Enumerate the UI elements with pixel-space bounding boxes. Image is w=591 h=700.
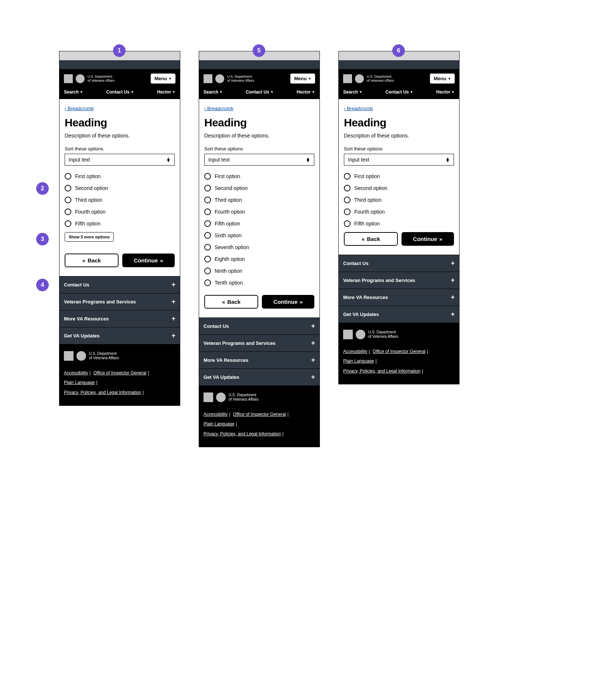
menu-button[interactable]: Menu ▼ — [430, 74, 455, 84]
radio-option[interactable]: Fifth option — [204, 220, 314, 227]
radio-option[interactable]: Seventh option — [204, 244, 314, 251]
breadcrumb[interactable]: ‹ Breadcrumb — [65, 106, 94, 111]
radio-option[interactable]: Eighth option — [204, 256, 314, 262]
radio-option[interactable]: Third option — [204, 197, 314, 203]
menu-button[interactable]: Menu ▼ — [290, 74, 315, 84]
plus-icon: + — [311, 373, 315, 381]
plus-icon: + — [171, 315, 175, 323]
continue-button[interactable]: Continue» — [262, 295, 314, 309]
accordion-item[interactable]: Veteran Programs and Services+ — [59, 293, 180, 310]
footer-link-privacy[interactable]: Privacy, Policies, and Legal Information — [64, 390, 141, 395]
nav-search[interactable]: Search▼ — [204, 89, 223, 95]
nav-contact[interactable]: Contact Us▼ — [106, 89, 134, 95]
radio-option[interactable]: First option — [344, 173, 454, 180]
radio-option[interactable]: Second option — [65, 185, 175, 191]
nav-row: Search▼ Contact Us▼ Hector▼ — [339, 87, 459, 99]
nav-user[interactable]: Hector▼ — [436, 89, 455, 95]
back-button[interactable]: «Back — [344, 232, 398, 246]
main-content: ‹ Breadcrumb Heading Description of thes… — [199, 99, 320, 317]
select-value: Input text — [69, 157, 90, 163]
accordion-item[interactable]: More VA Resources+ — [59, 310, 180, 327]
plus-icon: + — [451, 259, 455, 267]
accordion-item[interactable]: Contact Us+ — [199, 317, 320, 335]
chevron-right-icon: » — [300, 299, 303, 305]
radio-icon — [204, 232, 211, 239]
logo-square-icon — [204, 393, 213, 402]
footer-link-privacy[interactable]: Privacy, Policies, and Legal Information — [343, 368, 420, 374]
logo-circle-icon — [76, 351, 86, 361]
dark-strip — [199, 60, 320, 69]
breadcrumb[interactable]: ‹ Breadcrumb — [344, 106, 373, 111]
continue-button[interactable]: Continue» — [122, 254, 175, 267]
sort-select[interactable]: Input text ▲▼ — [344, 154, 454, 166]
accordion-item[interactable]: Contact Us+ — [59, 276, 180, 293]
accordion-item[interactable]: Get VA Updates+ — [59, 327, 180, 344]
radio-option[interactable]: Second option — [204, 185, 314, 191]
radio-option[interactable]: Fifth option — [65, 220, 175, 227]
footer-dept-text: U.S. Department of Veterans Affairs — [229, 393, 259, 402]
sort-select[interactable]: Input text ▲▼ — [204, 154, 314, 166]
nav-search[interactable]: Search▼ — [343, 89, 362, 95]
radio-option[interactable]: Second option — [344, 185, 454, 191]
button-row: «Back Continue» — [344, 232, 454, 246]
radio-option[interactable]: Ninth option — [204, 268, 314, 274]
footer-link-oig[interactable]: Office of Inspector General — [373, 349, 426, 354]
plus-icon: + — [171, 298, 175, 306]
nav-user[interactable]: Hector▼ — [297, 89, 315, 95]
footer-link-accessibility[interactable]: Accessibility — [343, 349, 367, 354]
radio-option[interactable]: Fifth option — [344, 220, 454, 227]
continue-button[interactable]: Continue» — [402, 232, 454, 246]
nav-search[interactable]: Search▼ — [64, 89, 83, 95]
footer-link-oig[interactable]: Office of Inspector General — [93, 370, 146, 376]
radio-icon — [204, 244, 211, 251]
radio-option[interactable]: Fourth option — [65, 208, 175, 215]
chevron-down-icon: ▼ — [219, 90, 223, 94]
footer-dept-text: U.S. Department of Veterans Affairs — [368, 330, 398, 339]
show-more-button[interactable]: Show 5 more options — [65, 232, 114, 242]
page-title: Heading — [65, 116, 175, 129]
accordion-item[interactable]: Get VA Updates+ — [199, 369, 320, 386]
back-button[interactable]: «Back — [204, 295, 258, 309]
accordion-item[interactable]: More VA Resources+ — [339, 289, 459, 306]
footer-link-privacy[interactable]: Privacy, Policies, and Legal Information — [204, 431, 281, 436]
breadcrumb[interactable]: ‹ Breadcrumb — [204, 106, 233, 111]
chevron-down-icon: ▼ — [80, 90, 83, 94]
radio-option[interactable]: Sixth option — [204, 232, 314, 239]
radio-icon — [344, 197, 351, 203]
footer-link-plain[interactable]: Plain Language — [204, 421, 234, 427]
radio-option[interactable]: Third option — [65, 197, 175, 203]
chevron-left-icon: « — [362, 236, 365, 242]
chevron-left-icon: « — [82, 257, 85, 264]
radio-option[interactable]: First option — [65, 173, 175, 180]
nav-user[interactable]: Hector▼ — [157, 89, 175, 95]
radio-option[interactable]: Fourth option — [344, 208, 454, 215]
nav-contact[interactable]: Contact Us▼ — [246, 89, 273, 95]
footer-link-plain[interactable]: Plain Language — [64, 380, 95, 385]
header: U.S. Department of Veterans Affairs Menu… — [59, 69, 180, 87]
radio-icon — [65, 197, 71, 203]
footer-logo: U.S. Department of Veterans Affairs — [343, 330, 455, 339]
accordion-item[interactable]: Veteran Programs and Services+ — [339, 272, 459, 289]
footer-link-accessibility[interactable]: Accessibility — [64, 370, 88, 376]
accordion-item[interactable]: Get VA Updates+ — [339, 306, 459, 323]
accordion-item[interactable]: More VA Resources+ — [199, 352, 320, 369]
menu-button[interactable]: Menu ▼ — [151, 74, 175, 84]
footer-accordion: Contact Us+ Veteran Programs and Service… — [59, 276, 180, 344]
accordion-item[interactable]: Veteran Programs and Services+ — [199, 335, 320, 352]
footer-link-plain[interactable]: Plain Language — [343, 359, 374, 364]
footer-link-oig[interactable]: Office of Inspector General — [233, 412, 286, 417]
radio-icon — [65, 173, 71, 180]
nav-contact[interactable]: Contact Us▼ — [385, 89, 413, 95]
footer-link-accessibility[interactable]: Accessibility — [204, 412, 228, 417]
plus-icon: + — [311, 339, 315, 347]
radio-icon — [65, 185, 71, 191]
radio-option[interactable]: Third option — [344, 197, 454, 203]
sort-select[interactable]: Input text ▲▼ — [65, 154, 175, 166]
radio-option[interactable]: Fourth option — [204, 208, 314, 215]
chevron-down-icon: ▼ — [131, 90, 134, 94]
radio-option[interactable]: First option — [204, 173, 314, 180]
accordion-item[interactable]: Contact Us+ — [339, 255, 459, 272]
back-button[interactable]: «Back — [65, 254, 119, 267]
chevron-right-icon: » — [439, 236, 442, 242]
radio-option[interactable]: Tenth option — [204, 279, 314, 286]
